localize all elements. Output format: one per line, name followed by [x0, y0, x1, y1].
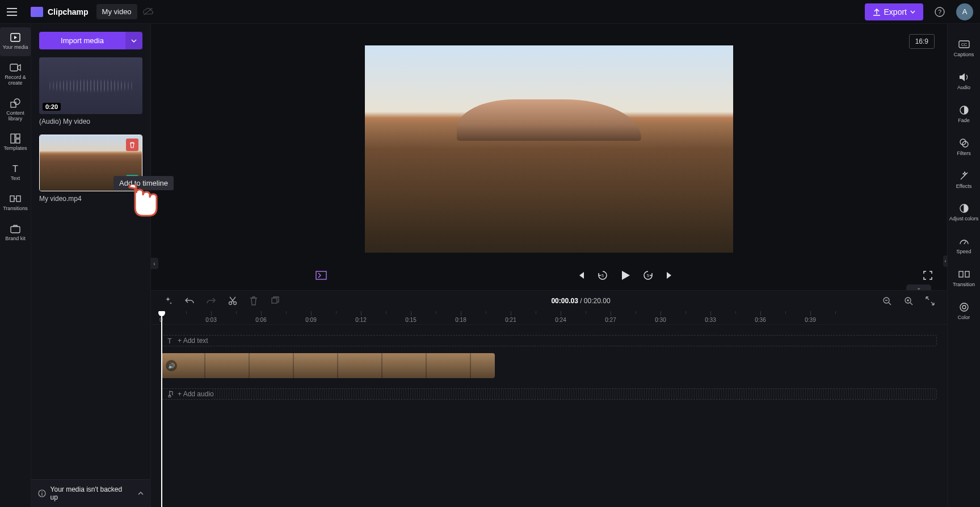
export-button[interactable]: Export — [865, 3, 923, 20]
export-label: Export — [884, 7, 907, 16]
ruler-mark: 0:27 — [611, 311, 661, 324]
help-icon[interactable]: ? — [931, 3, 948, 20]
chevron-down-icon — [131, 39, 137, 43]
sidebar-item-record-create[interactable]: Record & create — [0, 57, 31, 92]
duplicate-button[interactable] — [270, 296, 279, 305]
collapse-rightbar-button[interactable]: ‹ — [943, 255, 948, 267]
prop-speed[interactable]: Speed — [948, 230, 980, 261]
timeline-ruler[interactable]: 00:030:060:090:120:150:180:210:240:270:3… — [151, 311, 947, 325]
fade-icon — [949, 104, 979, 116]
delete-media-button[interactable] — [126, 139, 138, 151]
prop-color[interactable]: Color — [948, 296, 980, 326]
zoom-in-button[interactable] — [904, 296, 913, 305]
text-icon: T — [1, 163, 30, 174]
magic-icon[interactable] — [163, 296, 173, 305]
backup-status-bar[interactable]: Your media isn't backed up — [31, 479, 150, 507]
svg-rect-9 — [16, 139, 20, 143]
delete-button[interactable] — [250, 296, 258, 305]
avatar[interactable]: A — [956, 3, 973, 20]
prop-fade[interactable]: Fade — [948, 99, 980, 129]
add-text-label: + Add text — [178, 337, 208, 345]
sidebar-item-transitions[interactable]: Transitions — [0, 188, 31, 217]
svg-text:T: T — [12, 164, 18, 173]
aspect-ratio-button[interactable]: 16:9 — [909, 34, 935, 49]
sidebar-item-content-library[interactable]: Content library — [0, 93, 31, 128]
seek-back-button[interactable]: 5 — [598, 270, 608, 280]
clip-audio-icon[interactable]: 🔊 — [166, 360, 177, 371]
timeline[interactable]: 00:030:060:090:120:150:180:210:240:270:3… — [151, 311, 947, 507]
sidebar-item-text[interactable]: T Text — [0, 158, 31, 187]
prop-filters[interactable]: Filters — [948, 132, 980, 162]
prop-audio[interactable]: Audio — [948, 66, 980, 97]
undo-button[interactable] — [185, 297, 194, 305]
wand-icon — [949, 170, 979, 182]
ruler-mark: 0:15 — [411, 311, 461, 324]
collapse-timeline-button[interactable]: ⌄ — [906, 284, 931, 290]
add-text-track[interactable]: T + Add text — [161, 335, 937, 346]
media-item-video[interactable]: + My video.mp4 — [39, 135, 142, 209]
redo-button[interactable] — [207, 297, 216, 305]
time-separator: / — [580, 297, 582, 305]
stage-area: 16:9 5 5 ⌄ — [151, 24, 947, 507]
skip-start-button[interactable] — [576, 271, 585, 280]
svg-rect-11 — [10, 196, 14, 202]
svg-rect-17 — [316, 271, 326, 279]
sidebar-item-brand-kit[interactable]: Brand kit — [0, 219, 31, 248]
ruler-mark: 0 — [161, 311, 211, 324]
prop-label: Filters — [949, 151, 979, 157]
seek-forward-button[interactable]: 5 — [643, 270, 653, 280]
sidebar-item-label: Templates — [1, 146, 30, 152]
ruler-label: 0:18 — [455, 317, 466, 323]
prop-transition[interactable]: Transition — [948, 263, 980, 294]
video-preview[interactable] — [365, 45, 733, 253]
fit-timeline-button[interactable] — [926, 296, 935, 305]
speaker-icon — [949, 72, 979, 83]
right-sidebar: ‹ CC Captions Audio Fade Filters Effects… — [947, 24, 980, 507]
play-button[interactable] — [620, 270, 630, 281]
add-audio-track[interactable]: + Add audio — [161, 388, 937, 400]
ruler-label: 0:39 — [805, 317, 815, 323]
brand[interactable]: Clipchamp — [31, 7, 89, 17]
project-title[interactable]: My video — [96, 4, 137, 19]
prop-label: Speed — [949, 249, 979, 255]
templates-icon — [1, 133, 30, 144]
prop-effects[interactable]: Effects — [948, 165, 980, 195]
prop-captions[interactable]: CC Captions — [948, 33, 980, 64]
import-media-dropdown[interactable] — [125, 32, 142, 49]
brand-name: Clipchamp — [48, 7, 89, 16]
svg-rect-13 — [11, 227, 20, 233]
import-media-button[interactable]: Import media — [39, 32, 125, 49]
menu-icon[interactable] — [7, 4, 23, 20]
ruler-label: 0:21 — [505, 317, 516, 323]
skip-end-button[interactable] — [666, 271, 675, 280]
ruler-label: 0:12 — [355, 317, 366, 323]
add-audio-label: + Add audio — [178, 390, 214, 398]
svg-rect-7 — [11, 134, 15, 143]
split-button[interactable] — [228, 296, 237, 305]
zoom-out-button[interactable] — [882, 296, 891, 305]
player-controls: 5 5 — [151, 270, 947, 281]
backup-status-text: Your media isn't backed up — [51, 485, 129, 501]
prop-adjust-colors[interactable]: Adjust colors — [948, 197, 980, 228]
cloud-off-icon[interactable] — [143, 8, 153, 16]
sidebar-item-templates[interactable]: Templates — [0, 128, 31, 157]
current-time: 00:00.03 — [551, 297, 578, 305]
crop-preview-button[interactable] — [316, 271, 327, 280]
collapse-panel-button[interactable]: ‹ — [150, 258, 158, 269]
text-icon: T — [166, 337, 173, 344]
captions-icon: CC — [949, 39, 979, 50]
contrast-icon — [949, 203, 979, 214]
chevron-up-icon — [138, 492, 144, 495]
svg-point-20 — [229, 302, 232, 305]
playhead[interactable] — [161, 311, 162, 507]
prop-label: Fade — [949, 118, 979, 124]
media-item-audio[interactable]: 0:20 (Audio) My video — [39, 57, 142, 132]
media-item-name: My video.mp4 — [39, 191, 142, 209]
svg-text:CC: CC — [961, 43, 966, 47]
video-clip-track[interactable]: 🔊 — [161, 353, 495, 378]
sidebar-item-your-media[interactable]: Your media — [0, 27, 31, 56]
fullscreen-button[interactable] — [923, 271, 932, 280]
ruler-mark: 0:12 — [361, 311, 411, 324]
prop-label: Transition — [949, 282, 979, 288]
svg-point-15 — [41, 491, 43, 492]
